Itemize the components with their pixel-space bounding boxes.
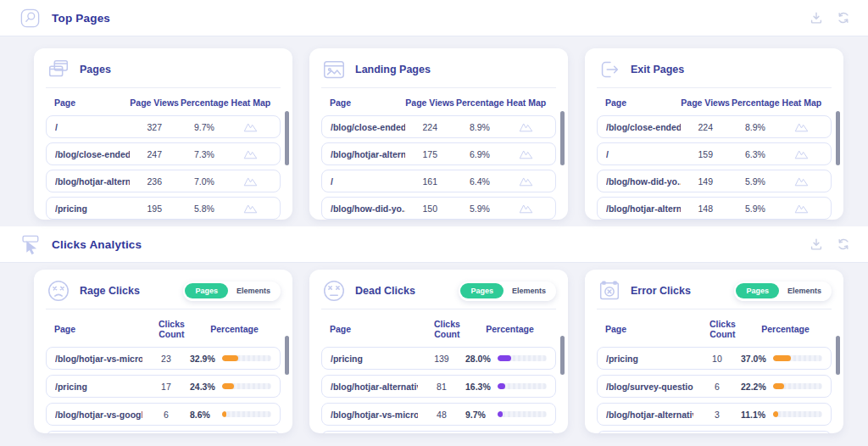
percentage-bar (222, 411, 271, 417)
table-row: /blog/close-ended... 224 8.9% (321, 115, 556, 138)
clicks-count: 139 (418, 354, 465, 364)
card-divider (321, 87, 556, 88)
page-path: /pricing (55, 382, 142, 392)
percentage: 11.1% (741, 410, 768, 420)
percentage: 8.9% (455, 122, 505, 132)
col-clicks-count: Clicks Count (698, 319, 748, 339)
page-views: 159 (681, 149, 731, 159)
page-path: /pricing (606, 354, 693, 364)
table-row: /blog/hotjar-vs-google-a... 6 8.6% (46, 403, 281, 426)
page-path: /blog/how-did-yo... (331, 203, 405, 214)
download-icon[interactable] (809, 237, 824, 252)
refresh-icon[interactable] (836, 10, 851, 25)
heatmap-icon[interactable] (229, 202, 271, 215)
download-icon[interactable] (809, 10, 824, 25)
clicks-analytics-cards-area: Rage Clicks Pages Elements Page Clicks C… (0, 263, 868, 446)
top-pages-icon (19, 7, 42, 30)
card-title: Landing Pages (355, 64, 431, 75)
page-path: /blog/hotjar-altern... (331, 149, 405, 159)
clicks-count: 23 (142, 354, 190, 364)
col-page: Page (54, 98, 130, 108)
table-header-row: Page Clicks Count Percentage (46, 315, 281, 347)
page-path: /blog/hotjar-vs-microsof... (331, 410, 418, 420)
dead-clicks-icon (321, 278, 347, 304)
percentage: 5.9% (731, 176, 781, 187)
scrollbar[interactable] (560, 336, 565, 375)
col-percentage: Percentage (731, 98, 781, 108)
percentage: 9.7% (465, 410, 492, 420)
pages-elements-toggle: Pages Elements (183, 282, 281, 301)
error-clicks-card: Error Clicks Pages Elements Page Clicks … (585, 270, 843, 433)
heatmap-icon[interactable] (780, 148, 822, 160)
top-pages-section-header: Top Pages (0, 0, 868, 36)
table-row: / 327 9.7% (46, 115, 281, 138)
heatmap-icon[interactable] (780, 120, 822, 133)
refresh-icon[interactable] (836, 237, 851, 252)
percentage: 9.7% (180, 122, 230, 132)
scrollbar[interactable] (285, 111, 289, 165)
clicks-analytics-section-header: Clicks Analytics (0, 226, 868, 262)
table-row: /blog/hotjar-altern... 175 6.9% (321, 142, 556, 165)
card-divider (597, 309, 832, 309)
page-path: /blog/hotjar-alternatives (331, 382, 418, 392)
table-row: /blog/hotjar-altern... 236 7.0% (46, 170, 281, 192)
page-path: /blog/close-ended... (606, 122, 681, 132)
page-path: /pricing (331, 354, 418, 364)
heatmap-icon[interactable] (504, 148, 547, 160)
heatmap-icon[interactable] (229, 148, 271, 160)
table-row: /blog/hotjar-alternatives 3 11.1% (597, 403, 832, 426)
page-views: 236 (130, 176, 180, 187)
table-row: / 161 6.4% (321, 170, 556, 192)
heatmap-icon[interactable] (229, 120, 271, 133)
page-views: 150 (405, 203, 455, 214)
col-page: Page (605, 324, 698, 334)
toggle-elements-button[interactable]: Elements (779, 283, 830, 298)
table-row: /blog/hotjar-vs-microsof... 23 32.9% (46, 347, 281, 370)
table-row: /blog/survey-question-e... 6 22.2% (597, 375, 832, 398)
pages-elements-toggle: Pages Elements (459, 282, 556, 301)
table-header-row: Page Page Views Percentage Heat Map (46, 93, 281, 115)
table-row: /blog/how-did-you-hear... 6 8.6% (46, 431, 281, 433)
page-path: /blog/hotjar-vs-google-a... (55, 410, 142, 420)
toggle-pages-button[interactable]: Pages (460, 283, 504, 298)
toggle-elements-button[interactable]: Elements (228, 283, 279, 298)
exit-pages-card: Exit Pages Page Page Views Percentage He… (585, 48, 843, 220)
col-percentage: Percentage (472, 324, 548, 334)
heatmap-icon[interactable] (229, 175, 271, 187)
clicks-count: 3 (693, 410, 741, 420)
percentage-bar (773, 355, 822, 361)
scrollbar[interactable] (836, 111, 840, 165)
heatmap-icon[interactable] (504, 120, 547, 133)
table-row: /blog/hotjar-vs-microsof... 3 11.1% (597, 431, 832, 433)
col-heat-map: Heat Map (781, 98, 823, 108)
percentage-bar (773, 383, 822, 389)
col-page-views: Page Views (405, 98, 455, 108)
table-row: /pricing 17 24.3% (46, 375, 281, 398)
page-views: 224 (681, 122, 731, 132)
scrollbar[interactable] (285, 336, 289, 375)
percentage: 24.3% (190, 382, 217, 392)
percentage: 22.2% (741, 382, 768, 392)
toggle-pages-button[interactable]: Pages (736, 283, 779, 298)
toggle-elements-button[interactable]: Elements (504, 283, 554, 298)
page-path: / (55, 122, 130, 132)
clicks-count: 10 (693, 354, 741, 364)
page-path: /blog/close-ended... (331, 122, 405, 132)
heatmap-icon[interactable] (780, 202, 822, 215)
clicks-count: 6 (693, 382, 741, 392)
heatmap-icon[interactable] (780, 175, 822, 187)
scrollbar[interactable] (836, 336, 840, 375)
scrollbar[interactable] (560, 111, 565, 165)
col-page-views: Page Views (681, 98, 731, 108)
page-path: /blog/hotjar-vs-microsof... (55, 354, 142, 364)
table-row: /blog/close-ended... 224 8.9% (597, 115, 832, 138)
percentage: 7.0% (180, 176, 230, 187)
heatmap-icon[interactable] (504, 175, 547, 187)
page-path: /blog/hotjar-altern... (606, 203, 681, 214)
table-row: /pricing 139 28.0% (321, 347, 556, 370)
toggle-pages-button[interactable]: Pages (185, 283, 228, 298)
heatmap-icon[interactable] (504, 202, 547, 215)
percentage: 5.8% (180, 203, 230, 214)
percentage: 16.3% (465, 382, 492, 392)
percentage-bar (773, 411, 822, 417)
